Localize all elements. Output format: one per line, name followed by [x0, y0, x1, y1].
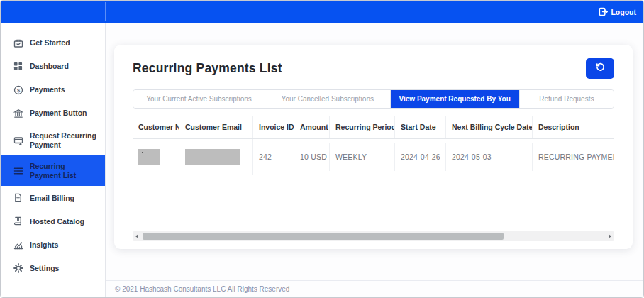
- scrollbar-thumb[interactable]: [143, 233, 504, 240]
- app-window: Logout Get Started Dashboa: [0, 0, 644, 298]
- cell-start-date: 2024-04-26: [395, 143, 446, 171]
- svg-text:$: $: [16, 87, 20, 93]
- sidebar-item-get-started[interactable]: Get Started: [1, 31, 105, 55]
- col-description: Description: [533, 116, 614, 138]
- tab-label: View Payment Requested By You: [399, 95, 511, 103]
- briefcase-icon: [13, 38, 23, 48]
- chart-icon: [13, 239, 23, 250]
- scrollbar-track[interactable]: [142, 231, 605, 241]
- footer: © 2021 Hashcash Consultants LLC All Righ…: [106, 280, 643, 297]
- sidebar-item-insights[interactable]: Insights: [1, 233, 105, 256]
- cell-next-billing-cycle-date: 2024-05-03: [446, 143, 533, 171]
- cell-amount: 10 USD: [294, 143, 330, 171]
- grid-icon: [13, 61, 23, 72]
- logout-button[interactable]: Logout: [599, 7, 636, 16]
- sidebar: Get Started Dashboard $ Payments: [1, 23, 106, 297]
- dollar-circle-icon: $: [13, 84, 23, 95]
- sidebar-item-label: Hosted Catalog: [30, 217, 84, 226]
- gear-icon: [13, 263, 23, 273]
- sidebar-item-settings[interactable]: Settings: [1, 256, 105, 280]
- sidebar-item-payment-button[interactable]: Payment Button: [1, 101, 105, 125]
- sidebar-item-label: Email Billing: [30, 194, 74, 203]
- tab-label: Your Current Active Subscriptions: [146, 95, 252, 103]
- table-row: 242 10 USD WEEKLY 2024-04-26 2024-05-03 …: [133, 139, 614, 175]
- cell-customer-name: [133, 139, 179, 175]
- subscription-tabs: Your Current Active Subscriptions Your C…: [133, 89, 614, 109]
- sidebar-item-label: Request Recurring Payment: [30, 131, 98, 149]
- table-header-row: Customer Name Customer Email Invoice ID …: [133, 116, 614, 139]
- col-customer-email: Customer Email: [179, 116, 253, 138]
- topbar: Logout: [1, 1, 643, 23]
- tab-current-active-subscriptions[interactable]: Your Current Active Subscriptions: [133, 90, 265, 108]
- redacted-customer-name: [138, 149, 160, 165]
- col-recurring-period: Recurring Period: [330, 116, 395, 138]
- cell-customer-email: [179, 139, 253, 175]
- cell-description: RECURRING PAYMENT: [533, 143, 614, 171]
- card-plus-icon: [13, 135, 23, 145]
- sidebar-item-label: Recurring Payment List: [30, 162, 98, 180]
- logout-icon: [599, 7, 608, 16]
- tab-refund-requests[interactable]: Refund Requests: [520, 90, 614, 108]
- tab-cancelled-subscriptions[interactable]: Your Cancelled Subscriptions: [265, 90, 391, 108]
- list-icon: [13, 165, 23, 176]
- refresh-button[interactable]: [586, 58, 614, 79]
- recurring-payments-card: Recurring Payments List Your Current Act…: [114, 45, 633, 249]
- col-customer-name: Customer Name: [133, 116, 179, 138]
- scroll-right-arrow-icon[interactable]: [606, 231, 614, 241]
- sidebar-item-recurring-payment-list[interactable]: Recurring Payment List: [1, 155, 105, 186]
- copyright-text: © 2021 Hashcash Consultants LLC All Righ…: [115, 285, 289, 293]
- sidebar-item-request-recurring-payment[interactable]: Request Recurring Payment: [1, 125, 105, 155]
- sidebar-item-email-billing[interactable]: Email Billing: [1, 186, 105, 209]
- col-start-date: Start Date: [395, 116, 446, 138]
- book-icon: [13, 216, 23, 226]
- tab-label: Your Cancelled Subscriptions: [282, 95, 374, 103]
- sidebar-item-label: Payments: [30, 85, 65, 94]
- main-content: Recurring Payments List Your Current Act…: [106, 23, 643, 297]
- scroll-left-arrow-icon[interactable]: [133, 231, 141, 241]
- tab-view-payment-requested[interactable]: View Payment Requested By You: [391, 90, 520, 108]
- col-invoice-id: Invoice ID: [253, 116, 294, 138]
- cell-recurring-period: WEEKLY: [330, 143, 395, 171]
- document-icon: [13, 192, 23, 203]
- logout-label: Logout: [611, 8, 636, 16]
- sidebar-item-label: Dashboard: [30, 62, 69, 71]
- topbar-divider: [105, 2, 106, 21]
- refresh-icon: [595, 62, 606, 74]
- cell-invoice-id: 242: [253, 143, 294, 171]
- tab-label: Refund Requests: [539, 95, 594, 103]
- bank-icon: [13, 108, 23, 118]
- redacted-customer-email: [185, 149, 240, 165]
- sidebar-item-label: Payment Button: [30, 109, 87, 118]
- sidebar-item-hosted-catalog[interactable]: Hosted Catalog: [1, 209, 105, 233]
- col-next-billing-cycle-date: Next Billing Cycle Date: [446, 116, 533, 138]
- sidebar-item-payments[interactable]: $ Payments: [1, 78, 105, 101]
- horizontal-scrollbar[interactable]: [133, 231, 614, 241]
- payments-table: Customer Name Customer Email Invoice ID …: [133, 116, 614, 175]
- sidebar-item-dashboard[interactable]: Dashboard: [1, 55, 105, 78]
- sidebar-item-label: Settings: [30, 264, 59, 273]
- sidebar-item-label: Insights: [30, 241, 58, 250]
- table-empty-area: [133, 175, 614, 231]
- sidebar-item-label: Get Started: [30, 38, 70, 48]
- page-title: Recurring Payments List: [133, 61, 282, 76]
- col-amount: Amount: [294, 116, 330, 138]
